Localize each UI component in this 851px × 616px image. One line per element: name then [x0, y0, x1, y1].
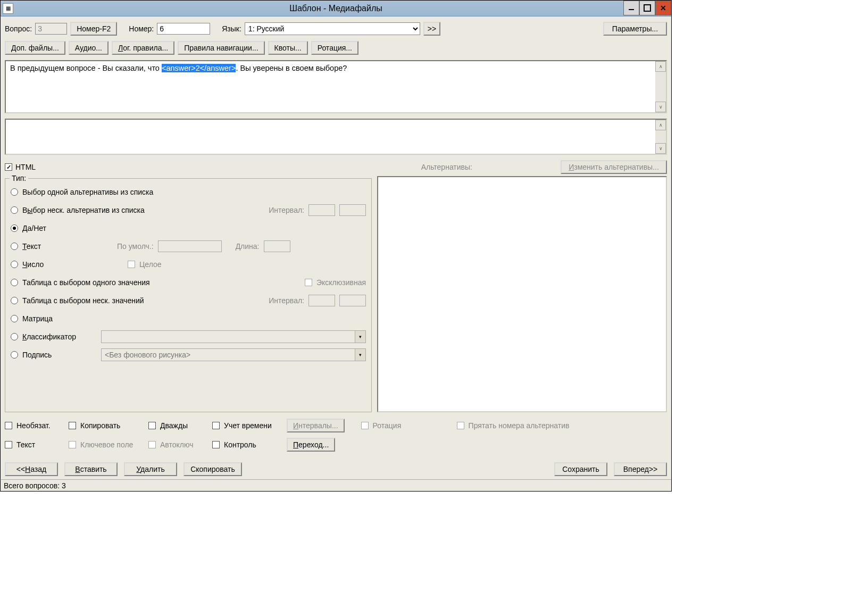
intervals-button[interactable]: Интервалы...: [287, 419, 345, 432]
scroll-up-icon[interactable]: ∧: [655, 61, 666, 72]
question-text-content: В предыдущем вопросе - Вы сказали, что <…: [6, 61, 655, 112]
change-alternatives-button[interactable]: Изменить альтернативы...: [561, 160, 667, 174]
rotation-button[interactable]: Ротация...: [311, 41, 358, 55]
copy-checkbox[interactable]: [69, 422, 76, 429]
scrollbar-1[interactable]: ∧ ∨: [655, 61, 666, 112]
close-button[interactable]: ✕: [655, 1, 671, 15]
html-checkbox-label: HTML: [15, 163, 36, 171]
type-classifier-row: Классификатор ▾: [11, 328, 366, 346]
html-row: HTML Альтернативы: Изменить альтернативы…: [5, 160, 667, 174]
maximize-button[interactable]: [639, 1, 655, 15]
scroll-down-icon[interactable]: ∨: [655, 143, 666, 154]
language-select[interactable]: 1: Русский: [245, 22, 420, 35]
type-table-multi-row: Таблица с выбором неск. значений Интерва…: [11, 292, 366, 310]
type-table-single-row: Таблица с выбором одного значения Эксклю…: [11, 273, 366, 292]
additional-files-button[interactable]: Доп. файлы...: [5, 41, 65, 55]
forward-button[interactable]: Вперед>>: [614, 462, 667, 476]
chevron-down-icon: ▾: [355, 331, 365, 343]
type-legend: Тип:: [10, 174, 28, 182]
alternatives-label: Альтернативы:: [421, 163, 472, 171]
interval-max-input: [339, 204, 366, 216]
twice-checkbox[interactable]: [148, 422, 156, 429]
delete-button[interactable]: Удалить: [124, 462, 177, 476]
default-text-input: [158, 240, 222, 252]
titlebar: ▦ Шаблон - Медиафайлы ✕: [1, 1, 671, 16]
bottom-check-row-2: Текст Ключевое поле Автоключ Контроль Пе…: [5, 438, 667, 452]
autokey-checkbox: [148, 441, 156, 448]
number-f2-button[interactable]: Номер-F2: [70, 22, 117, 36]
middle-area: Тип: Выбор одной альтернативы из списка …: [5, 176, 667, 412]
radio-text[interactable]: [11, 243, 18, 250]
navigation-rules-button[interactable]: Правила навигации...: [178, 41, 264, 55]
scroll-down-icon[interactable]: ∨: [655, 102, 666, 112]
app-icon: ▦: [3, 3, 13, 14]
type-caption-row: Подпись <Без фонового рисунка> ▾: [11, 346, 366, 364]
alternatives-listbox[interactable]: [377, 176, 667, 412]
text-checkbox[interactable]: [5, 441, 12, 448]
interval-min-input: [308, 204, 335, 216]
insert-button[interactable]: Вставить: [64, 462, 118, 476]
nav-button-row: <<Назад Вставить Удалить Скопировать Сох…: [5, 462, 667, 476]
quotas-button[interactable]: Квоты...: [268, 41, 308, 55]
audio-button[interactable]: Аудио...: [69, 41, 109, 55]
type-matrix-row: Матрица: [11, 310, 366, 328]
titlebar-buttons: ✕: [623, 1, 671, 16]
copy-button[interactable]: Скопировать: [183, 462, 242, 476]
header-row-1: Вопрос: Номер-F2 Номер: Язык: 1: Русский…: [5, 22, 667, 36]
number-label: Номер:: [129, 24, 154, 33]
highlighted-tag: <answer>2</answer>: [162, 64, 236, 72]
header-row-2: Доп. файлы... Аудио... Лог. правила... П…: [5, 41, 667, 55]
question-text-area[interactable]: В предыдущем вопросе - Вы сказали, что <…: [5, 60, 667, 113]
exclusive-checkbox: [305, 279, 312, 286]
radio-matrix[interactable]: [11, 315, 18, 322]
question-number-input: [35, 23, 67, 35]
bottom-check-row-1: Необязат. Копировать Дважды Учет времени…: [5, 419, 667, 432]
table-interval-max-input: [339, 295, 366, 306]
goto-button[interactable]: Переход...: [287, 438, 335, 452]
key-field-checkbox: [69, 441, 76, 448]
time-tracking-checkbox[interactable]: [212, 422, 220, 429]
optional-checkbox[interactable]: [5, 422, 12, 429]
caption-combo: <Без фонового рисунка> ▾: [101, 348, 366, 361]
app-window: ▦ Шаблон - Медиафайлы ✕ Вопрос: Номер-F2…: [0, 0, 672, 492]
total-questions-label: Всего вопросов: 3: [4, 481, 66, 490]
language-label: Язык:: [222, 24, 241, 33]
secondary-text-area[interactable]: ∧ ∨: [5, 119, 667, 155]
radio-table-single[interactable]: [11, 279, 18, 286]
rotation-checkbox: [361, 422, 369, 429]
parameters-button[interactable]: Параметры...: [603, 22, 667, 36]
radio-single-choice[interactable]: [11, 188, 18, 196]
type-yesno-row: Да/Нет: [11, 219, 366, 237]
length-input: [264, 240, 290, 252]
integer-checkbox: [128, 261, 135, 268]
logic-rules-button[interactable]: Лог. правила...: [112, 41, 174, 55]
radio-caption[interactable]: [11, 351, 18, 359]
html-checkbox[interactable]: [5, 163, 12, 171]
back-button[interactable]: <<Назад: [5, 462, 58, 476]
scrollbar-2[interactable]: ∧ ∨: [655, 120, 666, 154]
type-number-row: Число Целое: [11, 255, 366, 273]
save-button[interactable]: Сохранить: [554, 462, 607, 476]
type-text-row: Текст По умолч.: Длина:: [11, 237, 366, 255]
radio-classifier[interactable]: [11, 333, 18, 340]
number-input[interactable]: [157, 23, 210, 35]
radio-number[interactable]: [11, 261, 18, 268]
radio-yesno[interactable]: [11, 224, 18, 232]
hide-alt-numbers-checkbox: [457, 422, 464, 429]
control-checkbox[interactable]: [212, 441, 220, 448]
minimize-button[interactable]: [623, 1, 639, 15]
question-label: Вопрос:: [5, 24, 32, 33]
chevron-down-icon: ▾: [355, 349, 365, 361]
classifier-combo: ▾: [101, 330, 366, 343]
type-fieldset: Тип: Выбор одной альтернативы из списка …: [5, 178, 372, 412]
radio-multi-choice[interactable]: [11, 206, 18, 214]
content-area: Вопрос: Номер-F2 Номер: Язык: 1: Русский…: [1, 16, 671, 479]
language-next-button[interactable]: >>: [423, 22, 440, 36]
statusbar: Всего вопросов: 3: [1, 479, 671, 491]
type-single-choice-row: Выбор одной альтернативы из списка: [11, 183, 366, 201]
radio-table-multi[interactable]: [11, 297, 18, 304]
table-interval-min-input: [308, 295, 335, 306]
type-multi-choice-row: Выбор неск. альтернатив из списка Интерв…: [11, 201, 366, 219]
scroll-up-icon[interactable]: ∧: [655, 120, 666, 130]
window-title: Шаблон - Медиафайлы: [289, 4, 382, 13]
